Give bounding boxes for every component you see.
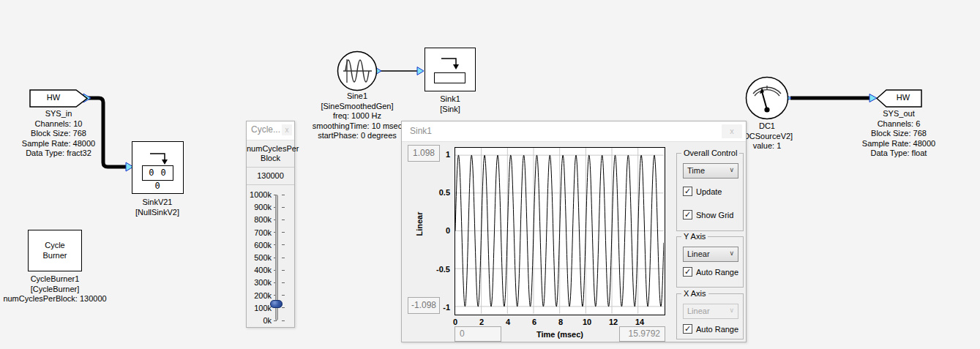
overall-control-group: Overall Control Time ∨ ✓ Update ✓ Show G… — [676, 153, 744, 231]
y-tick-label: -0.5 — [434, 265, 450, 274]
slider-panel[interactable]: Cycle... x numCyclesPer Block 130000 100… — [246, 121, 295, 328]
overall-control-dropdown[interactable]: Time ∨ — [683, 163, 738, 179]
x-start-input[interactable]: 0 — [455, 326, 501, 342]
x-tick-label: 12 — [609, 318, 618, 326]
x-auto-range-checkbox-row[interactable]: ✓ Auto Range — [683, 324, 741, 334]
block-type: [CycleBurner] — [0, 285, 128, 295]
slider-tick-label: 400k — [247, 266, 272, 274]
block-dc1[interactable] — [745, 76, 789, 120]
slider-tick-dash — [282, 307, 285, 308]
slider-tick-dash — [282, 295, 285, 296]
close-icon[interactable]: x — [722, 124, 742, 138]
block-prop: freq: 1000 Hz — [291, 111, 423, 121]
checkbox-checked-icon[interactable]: ✓ — [683, 324, 692, 334]
block-name: CycleBurner1 — [0, 274, 128, 285]
block-name: Sine1 — [291, 91, 423, 102]
slider-tick-label: 600k — [247, 241, 272, 249]
checkbox-checked-icon[interactable]: ✓ — [683, 210, 692, 219]
block-name: SYS_out — [837, 109, 961, 119]
block-sink1[interactable] — [424, 48, 476, 91]
slider-panel-titlebar[interactable]: Cycle... x — [247, 121, 294, 140]
checkbox-checked-icon[interactable]: ✓ — [683, 267, 692, 277]
slider-tick-dash — [282, 207, 285, 208]
block-prop: Sample Rate: 48000 — [837, 139, 961, 149]
slider-tick-label: 900k — [247, 203, 272, 211]
sink1-window-titlebar[interactable]: Sink1 x — [402, 121, 746, 142]
diagram-canvas[interactable]: HW SYS_in Channels: 10 Block Size: 768 S… — [0, 0, 980, 349]
group-label: Overall Control — [681, 149, 739, 157]
block-type: [SineSmoothedGen] — [291, 102, 423, 112]
y-axis-title: Linear — [415, 208, 424, 240]
block-sinkv21[interactable]: 0 0 0 — [132, 141, 184, 194]
block-label-cycle-burner: CycleBurner1 [CycleBurner] numCyclesPerB… — [0, 274, 128, 304]
x-tick-label: 4 — [506, 318, 510, 326]
block-icon-text: Burner — [29, 250, 81, 260]
hw-port-label: HW — [885, 93, 921, 102]
x-tick-label: 14 — [635, 318, 644, 326]
y-auto-range-checkbox-row[interactable]: ✓ Auto Range — [683, 267, 741, 277]
block-label-sinkv21: SinkV21 [NullSinkV2] — [106, 198, 209, 217]
block-prop: Channels: 10 — [0, 119, 121, 130]
sink-arrow-icon — [425, 51, 474, 75]
slider-tick-label: 500k — [247, 253, 272, 262]
chevron-down-icon: ∨ — [729, 307, 734, 314]
x-end-input[interactable]: 15.9792 — [619, 326, 665, 342]
sink1-window[interactable]: Sink1 x 1.098 -1.098 Linear 1 0.5 0 -0.5… — [401, 121, 747, 342]
block-label-sys-in: SYS_in Channels: 10 Block Size: 768 Samp… — [0, 109, 121, 159]
block-prop: Channels: 6 — [837, 119, 961, 130]
slider-tick-label: 200k — [247, 291, 272, 300]
slider-tick-dash — [282, 282, 285, 283]
block-sys-in[interactable]: HW — [29, 89, 88, 108]
block-type: [Sink] — [406, 105, 494, 115]
chevron-down-icon: ∨ — [729, 249, 734, 257]
slider-tick-dash — [282, 219, 285, 220]
slider-tick-label: 0k — [247, 316, 272, 325]
y-tick-label: -1 — [434, 303, 450, 312]
y-tick-label: 0 — [434, 226, 450, 235]
y-scale-dropdown[interactable]: Linear ∨ — [683, 247, 738, 262]
block-name: SYS_in — [0, 109, 121, 119]
slider-thumb[interactable] — [270, 300, 283, 308]
close-icon[interactable]: x — [282, 124, 292, 135]
block-sys-out[interactable]: HW — [876, 89, 922, 108]
x-axis-title: Time (msec) — [487, 330, 633, 339]
y-tick-label: 0.5 — [434, 188, 450, 197]
slider-tick-label: 300k — [247, 278, 272, 287]
slider-tick-dash — [282, 320, 285, 321]
slider-tick-dash — [282, 270, 285, 271]
block-prop: Data Type: float — [837, 149, 961, 159]
slider-value-display[interactable]: 130000 — [247, 171, 294, 180]
update-checkbox-row[interactable]: ✓ Update — [683, 187, 741, 197]
sink-display-icon — [434, 72, 465, 83]
input-port-icon[interactable] — [417, 67, 424, 75]
checkbox-checked-icon[interactable]: ✓ — [683, 187, 692, 196]
counter-display: 0 0 0 — [142, 165, 173, 181]
slider-tick-label: 100k — [247, 304, 272, 312]
x-scale-dropdown-disabled: Linear ∨ — [683, 304, 738, 319]
sine-generator-icon — [337, 50, 378, 91]
x-axis-group: X Axis Linear ∨ ✓ Auto Range — [676, 293, 744, 339]
block-prop: Block Size: 768 — [837, 129, 961, 139]
dropdown-value: Linear — [687, 249, 710, 258]
slider-tick-dash — [282, 258, 285, 258]
slider-tick-label: 1000k — [247, 190, 272, 199]
block-label-sink1: Sink1 [Sink] — [406, 94, 494, 114]
block-prop: Block Size: 768 — [0, 129, 121, 139]
block-cycle-burner[interactable]: Cycle Burner — [28, 230, 82, 271]
block-prop: Data Type: fract32 — [0, 149, 121, 159]
block-label-sys-out: SYS_out Channels: 6 Block Size: 768 Samp… — [837, 109, 961, 159]
group-label: X Axis — [681, 289, 708, 298]
block-sine1[interactable] — [337, 50, 378, 91]
block-name: Sink1 — [406, 94, 494, 105]
dc-meter-icon — [745, 76, 789, 120]
slider-panel-title: Cycle... — [251, 124, 280, 135]
x-tick-label: 8 — [558, 318, 563, 326]
show-grid-checkbox-row[interactable]: ✓ Show Grid — [683, 210, 741, 220]
block-prop: Sample Rate: 48000 — [0, 139, 121, 149]
slider-param-name: numCyclesPer Block — [247, 144, 294, 163]
block-icon-text: Cycle — [29, 240, 81, 250]
x-tick-label: 6 — [532, 318, 536, 326]
chevron-down-icon: ∨ — [729, 166, 734, 173]
x-tick-label: 0 — [453, 318, 457, 326]
plot-chart-svg — [455, 148, 664, 314]
